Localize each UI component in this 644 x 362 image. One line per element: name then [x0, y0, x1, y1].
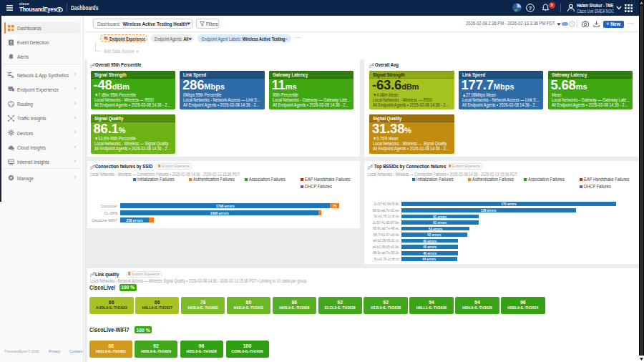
svg-text:?: ? [529, 4, 532, 11]
